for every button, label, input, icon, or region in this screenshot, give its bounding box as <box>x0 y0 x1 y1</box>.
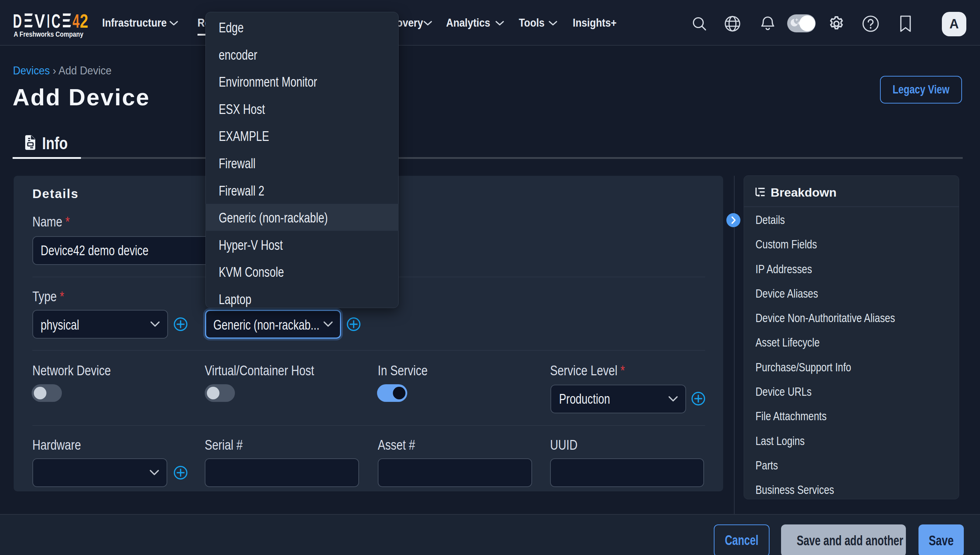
svg-text:I: I <box>47 13 50 28</box>
svg-text:C: C <box>51 13 60 28</box>
svg-text:2: 2 <box>80 13 88 28</box>
svg-text:V: V <box>35 13 45 28</box>
svg-text:4: 4 <box>73 13 80 28</box>
svg-text:D: D <box>13 13 22 28</box>
